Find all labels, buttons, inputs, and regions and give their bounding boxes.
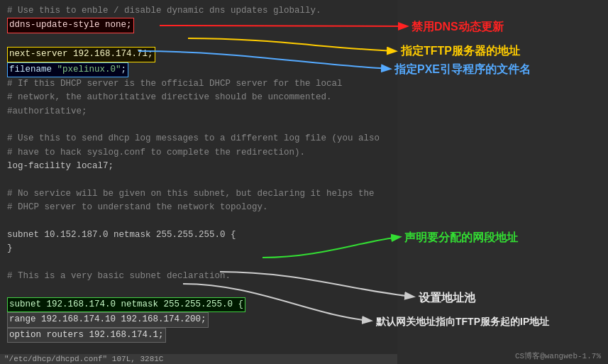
line-empty-3: [7, 174, 390, 187]
line-empty-1: [7, 33, 390, 47]
line-comment-basic: # This is a very basic subnet declaratio…: [7, 270, 390, 283]
annotation-dns: 禁用DNS动态更新: [411, 20, 504, 35]
line-subnet2: subnet 192.168.174.0 netmask 255.255.255…: [7, 297, 245, 312]
line-empty-6: [7, 284, 390, 297]
line-comment-log2: # have to hack syslog.conf to complete t…: [7, 146, 390, 160]
line-empty-2: [7, 118, 390, 132]
annotation-tftp: 指定TFTP服务器的地址: [401, 44, 520, 59]
line-ddns: ddns-update-style none;: [7, 18, 134, 33]
line-comment-no-service2: # DHCP server to understand the network …: [7, 201, 390, 214]
annotation-gateway: 默认网关地址指向TFTP服务起的IP地址: [376, 316, 549, 329]
line-nextserver: next-server 192.168.174.71;: [7, 47, 155, 62]
line-range: range 192.168.174.10 192.168.174.200;: [7, 312, 209, 327]
line-empty-4: [7, 215, 390, 228]
annotation-pxe: 指定PXE引导程序的文件名: [394, 62, 531, 77]
line-comment-dhcp1: # If this DHCP server is the official DH…: [7, 77, 390, 91]
watermark: CS博客@wangweb-1.7%: [515, 351, 601, 361]
line-comment-auth: #authoritative;: [7, 105, 390, 118]
line-comment-dhcp2: # network, the authoritative directive s…: [7, 91, 390, 104]
line-1: # Use this to enble / disable dynamic dn…: [7, 4, 390, 18]
line-comment-log1: # Use this to send dhcp log messages to …: [7, 132, 390, 145]
line-routers: option routers 192.168.174.1;: [7, 328, 166, 343]
annotation-subnet: 声明要分配的网段地址: [404, 231, 518, 246]
line-comment-no-service1: # No service will be given on this subne…: [7, 187, 390, 201]
statusbar: "/etc/dhcp/dhcpd.conf" 107L, 3281C: [0, 354, 397, 364]
line-filename: filename "pxelinux.0";: [7, 62, 128, 77]
editor-area: # Use this to enble / disable dynamic dn…: [0, 0, 397, 364]
line-empty-5: [7, 256, 390, 270]
line-subnet1-close: }: [7, 242, 390, 255]
annotation-pool: 设置地址池: [419, 291, 475, 306]
line-subnet1: subnet 10.152.187.0 netmask 255.255.255.…: [7, 228, 390, 242]
line-logfacility: log-facility local7;: [7, 160, 390, 173]
